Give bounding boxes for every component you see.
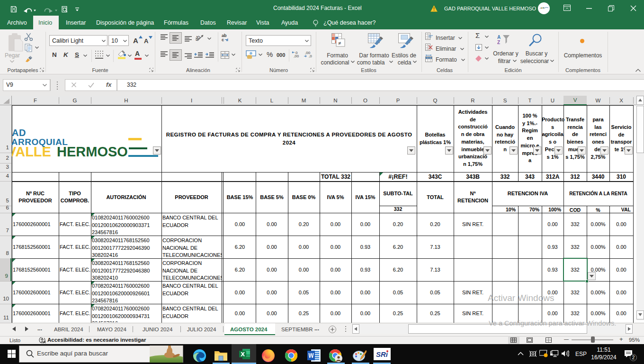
svg-text:A: A (497, 35, 501, 40)
svg-text:,00: ,00 (294, 54, 299, 58)
svg-text:c: c (222, 37, 224, 42)
svg-text:≠: ≠ (338, 40, 341, 46)
svg-text:,0: ,0 (309, 54, 312, 58)
svg-text:Z: Z (497, 40, 500, 45)
